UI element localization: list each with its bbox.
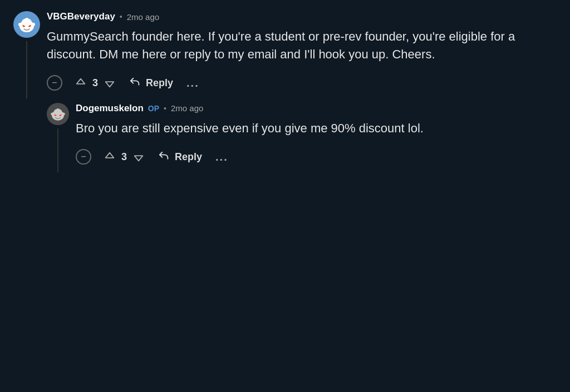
comment-body-2: Bro you are still expensive even if you … [76,120,557,137]
upvote-icon-1 [75,77,87,89]
downvote-icon-2 [132,151,145,163]
comment-content-2: Dogemuskelon OP • 2mo ago Bro you are st… [76,103,557,172]
dot-separator-1: • [120,12,122,21]
vote-count-1: 3 [92,77,98,89]
svg-point-1 [18,23,22,26]
reply-label-2: Reply [175,151,202,163]
svg-point-15 [53,109,62,116]
avatar-2 [47,103,69,125]
upvote-icon-2 [104,151,116,163]
reply-button-1[interactable]: Reply [128,75,174,91]
comment-item-1: VBGBeveryday • 2mo ago GummySearch found… [13,11,557,98]
downvote-icon-1 [104,77,116,89]
svg-point-2 [32,23,35,26]
more-button-2[interactable]: ... [214,148,229,166]
vote-group-2: 3 [102,148,146,165]
svg-point-7 [22,18,32,26]
reply-label-1: Reply [146,77,173,89]
page-container: VBGBeveryday • 2mo ago GummySearch found… [0,0,570,392]
avatar-1 [13,11,40,38]
reddit-alien-icon-2 [49,105,67,123]
timestamp-1: 2mo ago [127,12,159,22]
action-bar-2: − 3 [76,148,557,166]
collapse-button-1[interactable]: − [47,75,62,91]
svg-point-10 [62,112,65,115]
downvote-button-1[interactable] [102,75,117,91]
action-bar-1: − 3 [47,75,557,92]
dot-separator-2: • [164,104,166,113]
upvote-button-2[interactable] [102,148,117,165]
comment-item-2: Dogemuskelon OP • 2mo ago Bro you are st… [47,103,557,172]
comment-content-1: VBGBeveryday • 2mo ago GummySearch found… [47,11,557,98]
reddit-alien-icon-1 [16,14,37,35]
comment-header-2: Dogemuskelon OP • 2mo ago [76,103,557,114]
comment-body-1: GummySearch founder here. If you're a st… [47,28,557,63]
reply-button-2[interactable]: Reply [157,148,203,165]
downvote-button-2[interactable] [131,148,146,165]
op-badge-2: OP [148,104,159,113]
comment-thread: VBGBeveryday • 2mo ago GummySearch found… [13,11,557,172]
username-1: VBGBeveryday [47,11,115,22]
thread-line-2 [57,128,58,172]
upvote-button-1[interactable] [73,75,88,91]
vote-count-2: 3 [121,151,127,163]
thread-line-1 [26,41,27,98]
more-button-1[interactable]: ... [185,75,200,92]
vote-group-1: 3 [73,75,117,91]
collapse-button-2[interactable]: − [76,149,91,165]
svg-point-9 [51,112,53,115]
comment-left-col-1 [13,11,40,98]
reply-icon-2 [158,151,170,163]
comment-header-1: VBGBeveryday • 2mo ago [47,11,557,22]
username-2: Dogemuskelon [76,103,144,114]
timestamp-2: 2mo ago [171,103,203,113]
reply-icon-1 [129,77,141,89]
comment-left-col-2 [47,103,69,172]
